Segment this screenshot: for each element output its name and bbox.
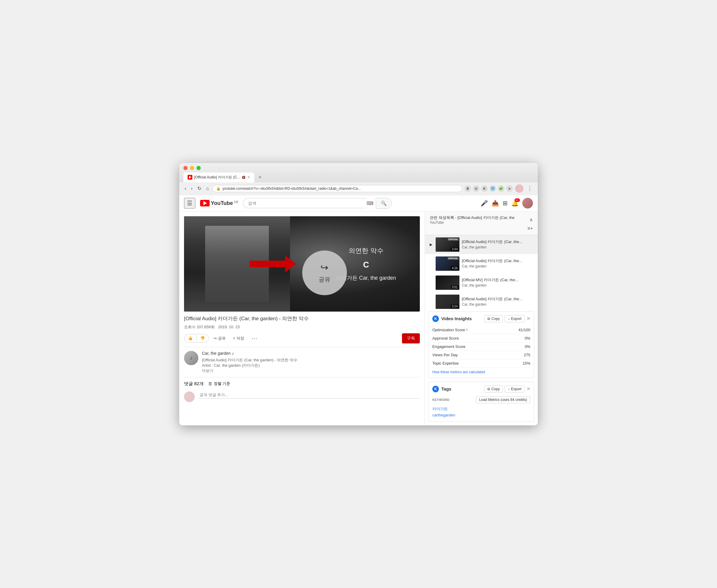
load-metrics-button[interactable]: Load Metrics (uses 84 credits) <box>476 396 530 403</box>
tabs-ext-icon[interactable]: ≡ <box>506 185 513 192</box>
address-bar: ‹ › ↻ ⌂ 🔒 youtube.com/watch?v=-sliuSlfx5… <box>179 182 538 195</box>
tags-export-label: Export <box>511 387 521 391</box>
playlist-header: 관련 재생목록 - [Official Audio] 카더가든 (Car, th… <box>425 211 538 235</box>
tags-panel-actions: ⧉ Copy ↓ Export ✕ <box>484 385 530 393</box>
notifications-button[interactable]: 🔔 9+ <box>511 200 519 207</box>
apps-button[interactable]: ⊞ <box>503 200 508 207</box>
playlist-source: YouTube <box>430 220 515 225</box>
header-right-icons: 🎤 📤 ⊞ 🔔 9+ <box>481 198 533 209</box>
comments-section: 댓글 82개 ☰ 정렬 기준 <box>184 377 420 406</box>
minimize-window-button[interactable] <box>190 166 194 170</box>
save-button[interactable]: + 저장 <box>231 334 246 343</box>
duration-badge-4: 3:24 <box>451 304 459 308</box>
browser-menu-button[interactable]: ⋮ <box>526 184 534 193</box>
metric-value-optimization: 41/100 <box>518 328 530 332</box>
playlist-item[interactable]: 3:51 [Official MV] 카더가든 (Car, the... Car… <box>425 273 538 292</box>
tags-close-button[interactable]: ✕ <box>526 385 530 393</box>
secure-icon: 🔒 <box>216 187 221 191</box>
metric-row-topic-expertise: Topic Expertise 15% <box>432 359 530 368</box>
translate-ext-icon[interactable]: B <box>464 185 471 192</box>
playlist-item-channel-2: Car, the garden <box>462 264 533 268</box>
address-input[interactable]: 🔒 youtube.com/watch?v=-sliuSlfx5A&list=R… <box>212 185 462 192</box>
dislike-button[interactable]: 👎 <box>197 334 209 342</box>
playlist-item-info-3: [Official MV] 카더가든 (Car, the... Car, the… <box>462 278 533 288</box>
main-content: 의연한 악수 C 카더가든 Car, the garden ↪ 공유 <box>179 211 538 425</box>
user-profile-icon[interactable] <box>515 184 523 193</box>
tag-link-2[interactable]: carthegarden <box>432 412 530 418</box>
show-more-button[interactable]: 더보기 <box>202 368 298 374</box>
insights-panel-actions: ⧉ Copy ↓ Export ✕ <box>484 315 530 322</box>
close-window-button[interactable] <box>183 166 188 170</box>
playlist-item-title-1: [Official Audio] 카더가든 (Car, the... <box>462 239 533 245</box>
tags-panel-title: Tags <box>441 386 451 392</box>
keyboard-icon[interactable]: ⌨ <box>367 201 373 206</box>
more-actions-button[interactable]: ⋯ <box>249 334 260 343</box>
insights-export-button[interactable]: ↓ Export <box>505 315 525 322</box>
search-button[interactable]: 🔍 <box>376 198 392 209</box>
forward-button[interactable]: › <box>190 185 194 192</box>
youtube-logo[interactable]: YouTube KR <box>200 200 238 206</box>
metric-row-optimization: Optimization Score ℹ 41/100 <box>432 326 530 334</box>
reload-button[interactable]: ↻ <box>196 184 202 192</box>
channel-description: [Official Audio] 카더가든 (Car, the garden) … <box>202 357 298 368</box>
playlist-item[interactable]: 3:24 [Official Audio] 카더가든 (Car, the... … <box>425 292 538 311</box>
channel-name[interactable]: Car, the garden ♪ <box>202 351 298 356</box>
official-badge-2: OFFICIAL <box>448 257 459 260</box>
playlist-thumbnail-2: OFFICIAL 4:26 <box>436 256 459 271</box>
tag-link-1[interactable]: 카더가든 <box>432 406 530 412</box>
video-korean-text: 의연한 악수 <box>336 246 396 255</box>
playing-indicator: ▶ <box>430 243 433 247</box>
subscribe-button[interactable]: 구독 <box>402 333 420 343</box>
playlist-item-title-4: [Official Audio] 카더가든 (Car, the... <box>462 297 533 302</box>
tab-title: [Official Audio] 카더가든 (C... <box>194 175 240 180</box>
share-overlay[interactable]: ↪ 공유 <box>302 251 347 295</box>
playlist-thumbnail-3: 3:51 <box>436 275 459 290</box>
title-bar: [Official Audio] 카더가든 (C... 🔇 ✕ + <box>179 163 538 182</box>
playlist-items: ▶ OFFICIAL 3:44 [Official Audio] 카더가든 (C… <box>425 235 538 311</box>
profile-ext-icon[interactable]: K <box>481 185 488 192</box>
active-tab[interactable]: [Official Audio] 카더가든 (C... 🔇 ✕ <box>183 172 254 182</box>
comment-input[interactable] <box>198 392 420 399</box>
tab-audio-icon: 🔇 <box>242 176 245 179</box>
microphone-button[interactable]: 🎤 <box>481 200 488 207</box>
tags-copy-label: Copy <box>491 387 500 391</box>
sort-comments-button[interactable]: ☰ 정렬 기준 <box>209 381 231 386</box>
tab-favicon <box>188 175 192 180</box>
share-button[interactable]: ↪ 공유 <box>211 334 228 343</box>
tags-copy-button[interactable]: ⧉ Copy <box>484 385 503 393</box>
like-button[interactable]: 👍 <box>184 334 196 342</box>
video-content-area: 의연한 악수 C 카더가든 Car, the garden ↪ 공유 <box>179 211 425 425</box>
user-avatar[interactable] <box>522 198 533 209</box>
video-player[interactable]: 의연한 악수 C 카더가든 Car, the garden <box>184 216 420 312</box>
tags-export-button[interactable]: ↓ Export <box>505 385 525 393</box>
ublock-ext-icon[interactable]: U <box>473 185 479 192</box>
extension-icons: B U K 🌐 🧩 ≡ <box>464 185 513 192</box>
how-metrics-link[interactable]: How these metrics are calculated <box>432 370 530 374</box>
collapse-playlist-button[interactable]: ∧ <box>529 217 533 223</box>
playlist-item[interactable]: ▶ OFFICIAL 3:44 [Official Audio] 카더가든 (C… <box>425 235 538 254</box>
tab-close-button[interactable]: ✕ <box>247 175 250 179</box>
playlist-item[interactable]: OFFICIAL 4:26 [Official Audio] 카더가든 (Car… <box>425 254 538 273</box>
publish-date: 2019. 10. 23. <box>218 325 241 329</box>
add-to-playlist-button[interactable]: ≡+ <box>527 226 533 231</box>
tags-kwfinder-icon: K <box>432 386 439 392</box>
search-input[interactable] <box>243 198 367 208</box>
playlist-item-info-1: [Official Audio] 카더가든 (Car, the... Car, … <box>462 239 533 249</box>
metric-info-icon[interactable]: ℹ <box>466 328 468 332</box>
back-button[interactable]: ‹ <box>183 185 187 192</box>
video-meta: 조회수 207,659회 2019. 10. 23. <box>184 324 420 330</box>
globe-ext-icon[interactable]: 🌐 <box>490 185 496 192</box>
hamburger-menu-button[interactable]: ☰ <box>184 198 195 209</box>
upload-button[interactable]: 📤 <box>492 200 499 207</box>
puzzle-ext-icon[interactable]: 🧩 <box>498 185 504 192</box>
insights-close-button[interactable]: ✕ <box>526 315 530 322</box>
new-tab-button[interactable]: + <box>255 172 265 182</box>
insights-panel-title: Video Insights <box>441 316 472 321</box>
maximize-window-button[interactable] <box>197 166 201 170</box>
comments-count: 댓글 82개 <box>184 381 204 387</box>
channel-avatar[interactable]: ♪ <box>184 351 198 365</box>
insights-copy-button[interactable]: ⧉ Copy <box>484 315 503 322</box>
youtube-header: ☰ YouTube KR ⌨ 🔍 🎤 📤 ⊞ 🔔 9+ <box>179 195 538 211</box>
playlist-item-channel-3: Car, the garden <box>462 283 533 288</box>
home-button[interactable]: ⌂ <box>205 185 210 192</box>
